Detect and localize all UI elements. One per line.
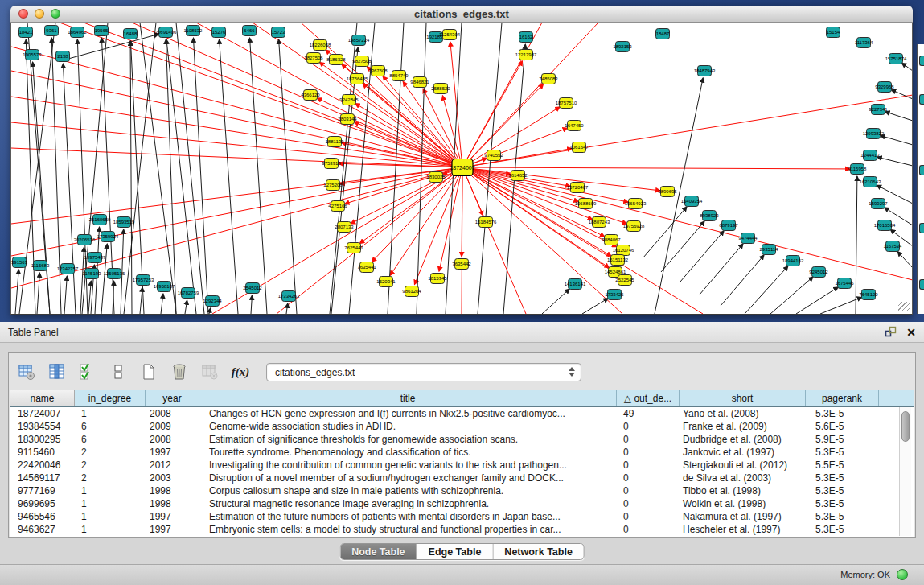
graph-node[interactable]: 1614652 <box>508 171 528 181</box>
table-row[interactable]: 1938455462009Genome-wide association stu… <box>10 420 914 433</box>
graph-node[interactable]: 9245012 <box>809 267 828 278</box>
table-row[interactable]: 977716911998Corpus callosum shape and si… <box>10 484 914 497</box>
graph-node[interactable]: 18944162 <box>782 256 804 266</box>
graph-node[interactable]: 9242845 <box>339 95 359 105</box>
graph-node[interactable]: 19756928 <box>623 221 645 232</box>
graph-node[interactable]: 9740552 <box>484 150 503 161</box>
graph-node[interactable]: 14136141 <box>565 279 586 290</box>
graph-node[interactable]: 8854749 <box>389 71 409 81</box>
column-header[interactable]: year <box>146 390 199 406</box>
graph-node[interactable]: 2935114 <box>760 245 779 255</box>
tab-node-table[interactable]: Node Table <box>340 544 417 559</box>
graph-node[interactable]: 16151132 <box>607 255 629 266</box>
graph-node[interactable]: 9827508 <box>352 56 372 67</box>
graph-node[interactable]: 4275166 <box>328 201 347 212</box>
table-row[interactable]: 1830029562008Estimation of significance … <box>10 433 914 446</box>
graph-node[interactable]: 19654923 <box>625 199 647 209</box>
graph-node[interactable]: 20691406 <box>155 27 177 38</box>
graph-node[interactable]: 1244413 <box>860 150 880 161</box>
graph-node[interactable]: 1647450 <box>565 121 584 131</box>
graph-node[interactable]: 18421 <box>19 27 34 38</box>
table-row[interactable]: 1456911722003Disruption of a novel membe… <box>10 472 914 484</box>
graph-node[interactable]: 9899695 <box>658 187 677 197</box>
graph-node[interactable]: 2803144 <box>338 114 357 125</box>
select-columns-icon[interactable] <box>47 362 67 381</box>
create-column-icon[interactable] <box>139 362 158 381</box>
table-row[interactable]: 2242004622012Investigating the contribut… <box>10 459 914 472</box>
graph-node[interactable]: 16409354 <box>681 196 703 207</box>
float-panel-icon[interactable] <box>885 326 897 338</box>
graph-node[interactable]: 7485083 <box>539 74 558 84</box>
graph-node[interactable]: 1881130 <box>326 137 345 147</box>
graph-node[interactable]: 15723 <box>272 27 286 38</box>
graph-node[interactable]: 1864962 <box>68 27 87 38</box>
graph-node[interactable]: 2807133 <box>335 222 354 233</box>
graph-node[interactable]: 2545012 <box>243 283 262 294</box>
selection-helpers-icon[interactable] <box>78 362 97 381</box>
graph-node[interactable]: 9861204 <box>402 286 421 297</box>
column-header[interactable]: name <box>10 390 75 406</box>
table-row[interactable]: 946554611997Estimation of the future num… <box>10 510 914 523</box>
graph-node[interactable]: 8186328 <box>326 55 346 65</box>
graph-node[interactable]: 391563 <box>11 257 28 268</box>
graph-node[interactable]: 16162 <box>519 32 534 43</box>
graph-node[interactable]: 20206536 <box>74 235 96 245</box>
table-row[interactable]: 969969511998Structural magnetic resonanc… <box>10 497 914 510</box>
graph-node[interactable]: 18807243 <box>589 217 610 228</box>
graph-node[interactable]: 1827506 <box>304 53 323 64</box>
window-resize-grip[interactable] <box>898 302 910 312</box>
column-header[interactable]: title <box>199 390 617 406</box>
graph-node[interactable]: 17016504 <box>874 220 896 231</box>
graph-node[interactable]: 1061647 <box>569 142 589 153</box>
graph-node[interactable]: 9329968 <box>875 82 894 93</box>
graph-node[interactable]: 6466 <box>243 26 257 36</box>
network-window-titlebar[interactable]: citations_edges.txt <box>10 6 913 23</box>
tab-edge-table[interactable]: Edge Table <box>417 544 494 559</box>
table-row[interactable]: 946362711997Embryonic stem cells: a mode… <box>10 523 914 536</box>
graph-node[interactable]: 1599297 <box>869 199 888 209</box>
graph-node[interactable]: 1675446 <box>835 278 854 289</box>
table-row[interactable]: 911546021997Tourette syndrome. Phenomeno… <box>10 446 914 459</box>
graph-node[interactable]: 1520341 <box>376 277 396 287</box>
graph-node[interactable]: 15154 <box>827 27 841 38</box>
graph-node[interactable]: 2588520 <box>431 84 450 94</box>
graph-node[interactable]: 18487943 <box>694 66 716 76</box>
graph-node[interactable]: 1892153 <box>613 42 632 52</box>
graph-node[interactable]: 19857224 <box>348 35 370 46</box>
graph-node[interactable]: 16488 <box>124 29 138 39</box>
graph-node[interactable]: 1733426 <box>605 290 624 300</box>
graph-node[interactable]: 25160650 <box>89 215 111 225</box>
graph-node[interactable]: 15184576 <box>475 217 497 228</box>
graph-node[interactable]: 8938923 <box>700 211 719 221</box>
graph-node[interactable]: 19565 <box>95 26 109 36</box>
graph-node[interactable]: 18487 <box>656 29 671 39</box>
graph-node[interactable]: 2138 <box>56 51 70 62</box>
graph-node[interactable]: 1108532 <box>184 26 203 36</box>
graph-node[interactable]: 2522545 <box>615 275 634 286</box>
table-row[interactable]: 1872400712008Changes of HCN gene express… <box>10 407 914 420</box>
graph-node[interactable]: 15720407 <box>567 183 589 193</box>
network-canvas[interactable]: 1842193611864962195651648820691406110853… <box>10 23 913 315</box>
graph-node[interactable]: 7635442 <box>452 259 471 270</box>
delete-column-icon[interactable] <box>170 362 189 381</box>
column-header[interactable]: in_degree <box>75 390 146 406</box>
graph-node[interactable]: 9753918 <box>322 159 341 169</box>
column-header[interactable]: pagerank <box>806 390 879 406</box>
graph-node[interactable]: 1117364 <box>855 38 873 48</box>
graph-node[interactable]: 7625441 <box>344 243 363 253</box>
graph-node[interactable]: 1275206 <box>323 180 343 191</box>
table-mode-icon[interactable] <box>17 362 36 381</box>
graph-node[interactable]: 18757510 <box>556 98 577 109</box>
graph-node[interactable]: 12342757 <box>57 264 79 274</box>
graph-node[interactable]: 4366120 <box>301 90 320 101</box>
graph-node[interactable]: 6879197 <box>719 220 738 231</box>
graph-node[interactable]: 9115958 <box>848 164 868 175</box>
column-header[interactable]: short <box>680 390 806 406</box>
column-header[interactable]: △ out_de... <box>617 390 680 406</box>
graph-node[interactable]: 9846821 <box>410 77 429 88</box>
graph-node[interactable]: 15751874 <box>885 54 907 64</box>
graph-node[interactable]: 18756485 <box>347 74 368 84</box>
graph-node[interactable]: 2367608 <box>368 66 388 76</box>
graph-node[interactable]: 7645120 <box>859 290 878 300</box>
graph-node[interactable]: 1145193 <box>83 269 102 279</box>
